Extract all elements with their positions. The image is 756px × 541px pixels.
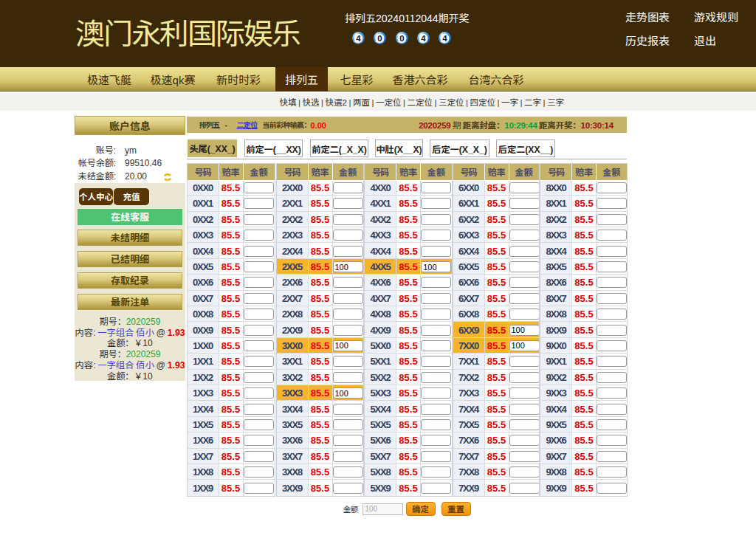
svg-text:4: 4 — [442, 34, 447, 43]
svg-text:0: 0 — [399, 34, 404, 43]
svg-text:4: 4 — [356, 34, 361, 43]
svg-text:4: 4 — [421, 34, 426, 43]
svg-text:0: 0 — [377, 34, 382, 43]
